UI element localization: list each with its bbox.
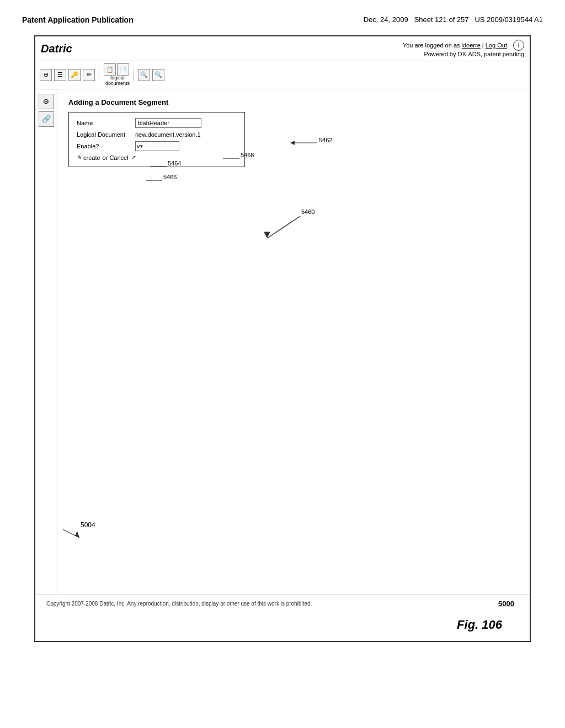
- main-panel: Adding a Document Segment Name blahHeade…: [57, 89, 530, 595]
- enable-select[interactable]: v ▾: [135, 141, 179, 151]
- toolbar-icon-search2[interactable]: 🔍: [152, 69, 164, 81]
- sidebar: ⊕ 🔗: [35, 89, 57, 595]
- callout-5000: 5000: [498, 599, 514, 608]
- logged-in-text: You are logged on as: [403, 42, 462, 49]
- app-top-bar: Datric You are logged on as idoerre | Lo…: [35, 36, 530, 61]
- toolbar-separator-1: [99, 69, 99, 81]
- toolbar-icon-search[interactable]: 🔍: [138, 69, 150, 81]
- create-icon: ✎: [77, 154, 81, 160]
- toolbar: ⊕ ☰ 🔑 ✏ 📋 📄 logical documents 🔍 🔍: [35, 61, 530, 89]
- section-title: Adding a Document Segment: [68, 98, 519, 106]
- diagram-copyright: Copyright 2007-2008 Datric, Inc. Any rep…: [35, 595, 530, 612]
- header-patent: US 2009/0319544 A1: [475, 15, 543, 24]
- fig-label: Fig. 106: [457, 614, 519, 635]
- toolbar-logical-docs-group: 📋 📄 logical documents: [103, 63, 130, 87]
- logical-document-row: Logical Document new.document.version.1: [77, 131, 237, 138]
- name-row: Name blahHeader: [77, 118, 237, 128]
- toolbar-logical-docs-label: logical documents: [105, 76, 130, 87]
- username-link[interactable]: idoerre: [462, 42, 481, 49]
- select-arrow-icon: ▾: [140, 143, 143, 149]
- svg-marker-1: [290, 141, 295, 145]
- logical-document-value: new.document.version.1: [135, 131, 201, 138]
- app-brand: Datric: [41, 42, 72, 55]
- separator: |: [481, 42, 486, 49]
- info-icon[interactable]: i: [513, 40, 524, 51]
- callout-5004: 5004: [63, 521, 85, 539]
- toolbar-icon-list[interactable]: ☰: [54, 69, 66, 81]
- callout-5462: 5462: [295, 135, 339, 152]
- name-input[interactable]: blahHeader: [135, 118, 201, 128]
- callout-5464: 5464: [150, 161, 172, 173]
- callout-5460: 5460: [267, 216, 333, 250]
- header-sheet: Sheet 121 of 257: [414, 15, 469, 24]
- logout-link[interactable]: Log Out: [486, 42, 507, 49]
- sidebar-icon-link[interactable]: 🔗: [39, 111, 54, 127]
- app-body: ⊕ 🔗 Adding a Document Segment Name blahH…: [35, 89, 530, 595]
- page-header: Patent Application Publication Dec. 24, …: [0, 0, 565, 30]
- callout-5466: 5466: [146, 175, 168, 187]
- fig-row: Fig. 106: [35, 612, 530, 641]
- toolbar-logical-docs-icons: 📋 📄: [104, 63, 129, 76]
- top-bar-user-info: You are logged on as idoerre | Log Out i…: [403, 40, 524, 57]
- header-info: Dec. 24, 2009 Sheet 121 of 257 US 2009/0…: [364, 15, 543, 24]
- powered-by-text: Powered by DX-ADS, patent pending: [424, 51, 524, 57]
- toolbar-icon-edit[interactable]: ✏: [83, 69, 95, 81]
- create-button[interactable]: create: [83, 154, 100, 161]
- toolbar-separator-2: [134, 69, 134, 81]
- header-date: Dec. 24, 2009: [364, 15, 408, 24]
- header-publication: Patent Application Publication: [22, 15, 134, 24]
- toolbar-icon-key[interactable]: 🔑: [68, 69, 81, 81]
- main-content: Datric You are logged on as idoerre | Lo…: [0, 30, 565, 647]
- toolbar-icon-doc2[interactable]: 📄: [117, 63, 129, 76]
- sidebar-icon-add[interactable]: ⊕: [39, 94, 54, 109]
- diagram-outer: Datric You are logged on as idoerre | Lo…: [34, 35, 531, 642]
- add-document-segment-form: Name blahHeader Logical Document new.doc…: [68, 112, 245, 167]
- enable-row: Enable? v ▾: [77, 141, 237, 151]
- svg-line-5: [267, 216, 300, 238]
- svg-marker-6: [264, 232, 270, 238]
- form-buttons: ✎ create or Cancel ↗: [77, 154, 237, 161]
- toolbar-icon-home[interactable]: ⊕: [40, 69, 52, 81]
- enable-label: Enable?: [77, 143, 132, 149]
- name-label: Name: [77, 120, 132, 126]
- callout-5468: 5468: [223, 153, 245, 165]
- logical-document-label: Logical Document: [77, 131, 132, 138]
- cancel-button[interactable]: or Cancel: [103, 154, 129, 161]
- cancel-icon: ↗: [131, 154, 135, 160]
- toolbar-icon-doc1[interactable]: 📋: [104, 63, 116, 76]
